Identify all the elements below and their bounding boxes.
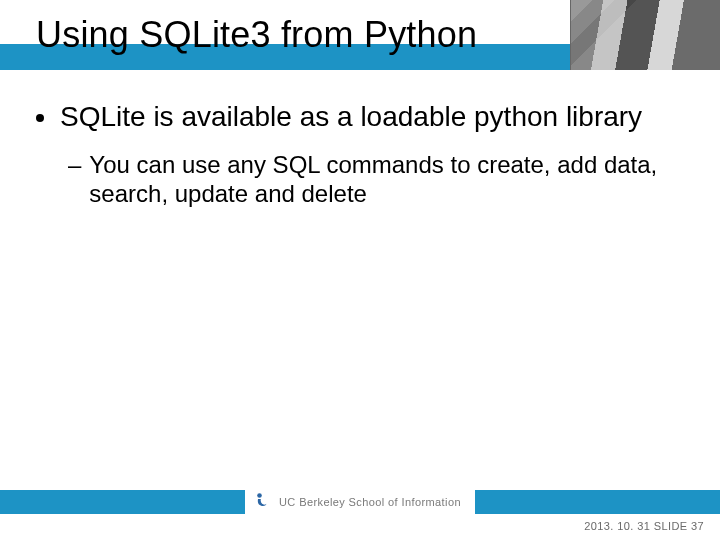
- slide: Using SQLite3 from Python SQLite is avai…: [0, 0, 720, 540]
- footer-slide-number: SLIDE 37: [654, 520, 704, 532]
- svg-point-0: [257, 493, 262, 498]
- footer-logo: UC Berkeley School of Information: [245, 490, 475, 514]
- footer-meta: 2013. 10. 31 SLIDE 37: [584, 520, 704, 532]
- slide-body: SQLite is available as a loadable python…: [36, 100, 684, 209]
- bullet-dash-icon: –: [68, 150, 81, 179]
- footer-logo-text: UC Berkeley School of Information: [279, 496, 461, 508]
- bullet-text: You can use any SQL commands to create, …: [89, 150, 684, 209]
- footer-band: UC Berkeley School of Information: [0, 490, 720, 514]
- footer-date: 2013. 10. 31: [584, 520, 650, 532]
- bullet-dot-icon: [36, 114, 44, 122]
- slide-title: Using SQLite3 from Python: [36, 14, 477, 56]
- bullet-level-2: – You can use any SQL commands to create…: [68, 150, 684, 209]
- bullet-text: SQLite is available as a loadable python…: [60, 100, 642, 134]
- bullet-level-1: SQLite is available as a loadable python…: [36, 100, 684, 134]
- header-decorative-image: [570, 0, 720, 70]
- ischool-logo-icon: [251, 492, 271, 512]
